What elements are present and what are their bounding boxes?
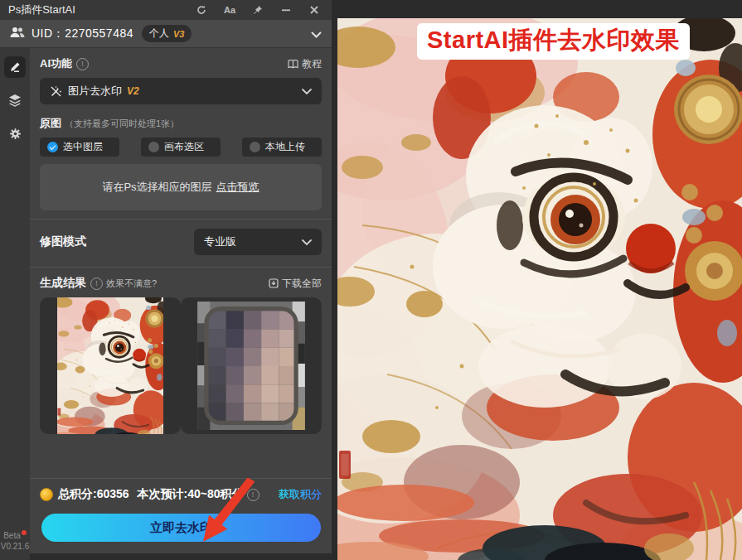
download-all-link[interactable]: 下载全部 [269, 277, 322, 291]
layer-hint-text: 请在Ps选择相应的图层 [102, 180, 211, 195]
radio-checked-icon [47, 142, 58, 152]
layers-icon[interactable] [4, 89, 26, 111]
get-points-link[interactable]: 获取积分 [279, 487, 322, 502]
option-canvas-selection[interactable]: 画布选区 [141, 138, 221, 157]
close-icon[interactable] [308, 4, 320, 16]
mode-dropdown[interactable]: 专业版 [194, 229, 322, 255]
info-icon[interactable]: ! [76, 58, 89, 70]
plugin-panel: Ps插件StartAI Aa UID：2270557484 个人 V3 [0, 0, 332, 560]
option-local-upload[interactable]: 本地上传 [242, 138, 322, 157]
chevron-down-icon [302, 89, 312, 94]
plan-version: V3 [173, 29, 184, 39]
results-grid [40, 297, 322, 434]
source-hint: （支持最多可同时处理1张） [65, 118, 179, 130]
total-points: 总积分:60356 [58, 487, 129, 502]
radio-icon [148, 142, 159, 152]
account-bar[interactable]: UID：2270557484 个人 V3 [0, 20, 332, 48]
version-number: V0.21.6 [1, 542, 29, 551]
source-options: 选中图层 画布选区 本地上传 [40, 138, 322, 157]
version-tag: Beta V0.21.6 [0, 530, 30, 552]
refresh-icon[interactable] [196, 4, 207, 16]
ai-section-title: AI功能 [40, 56, 72, 71]
remove-watermark-button[interactable]: 立即去水印 [41, 514, 321, 542]
effect-banner: StartAI插件去水印效果 [417, 23, 690, 60]
result-thumbnail-original[interactable] [40, 297, 181, 434]
ai-function-dropdown[interactable]: 图片去水印 V2 [40, 78, 322, 104]
minimize-icon[interactable] [280, 4, 292, 16]
layer-preview-box: 请在Ps选择相应的图层 点击预览 [40, 164, 322, 210]
uid-value: 2270557484 [65, 27, 133, 40]
lion-watercolor-image [337, 18, 742, 560]
preview-link[interactable]: 点击预览 [216, 180, 259, 195]
tool-sidebar [0, 48, 30, 560]
mode-value: 专业版 [204, 234, 236, 249]
settings-gear-icon[interactable] [4, 123, 26, 144]
chevron-down-icon[interactable] [311, 27, 322, 41]
plan-name: 个人 [149, 27, 169, 41]
plan-badge: 个人 V3 [142, 25, 192, 42]
ai-function-version: V2 [127, 85, 139, 97]
info-icon: ! [90, 278, 103, 290]
tutorial-link[interactable]: 教程 [288, 57, 322, 71]
beta-dot [22, 530, 27, 535]
document-canvas: StartAI插件去水印效果 [332, 0, 742, 560]
users-icon [10, 27, 25, 41]
uid-label: UID：2270557484 [32, 27, 133, 41]
mode-label: 修图模式 [40, 234, 86, 249]
source-section-title: 原图 [40, 116, 61, 131]
result-thumbnail-processed[interactable] [181, 297, 322, 434]
pin-icon[interactable] [252, 4, 264, 16]
footer-bar: 总积分:60356 本次预计:40~80积分 ! 获取积分 立即去水印 [30, 478, 332, 553]
ai-function-value: 图片去水印 [68, 84, 122, 99]
feedback-link[interactable]: 效果不满意? [106, 278, 157, 290]
chevron-down-icon [302, 239, 312, 245]
window-title: Ps插件StartAI [8, 2, 75, 17]
info-icon[interactable]: ! [247, 489, 259, 501]
radio-icon [250, 142, 260, 152]
coin-icon [40, 488, 53, 501]
option-selected-layer[interactable]: 选中图层 [40, 138, 119, 157]
font-size-toggle[interactable]: Aa [224, 4, 235, 16]
titlebar: Ps插件StartAI Aa [0, 0, 332, 20]
edit-tool-icon[interactable] [4, 56, 26, 78]
results-section-title: 生成结果 [40, 276, 86, 291]
estimate-points: 本次预计:40~80积分 [138, 487, 244, 502]
